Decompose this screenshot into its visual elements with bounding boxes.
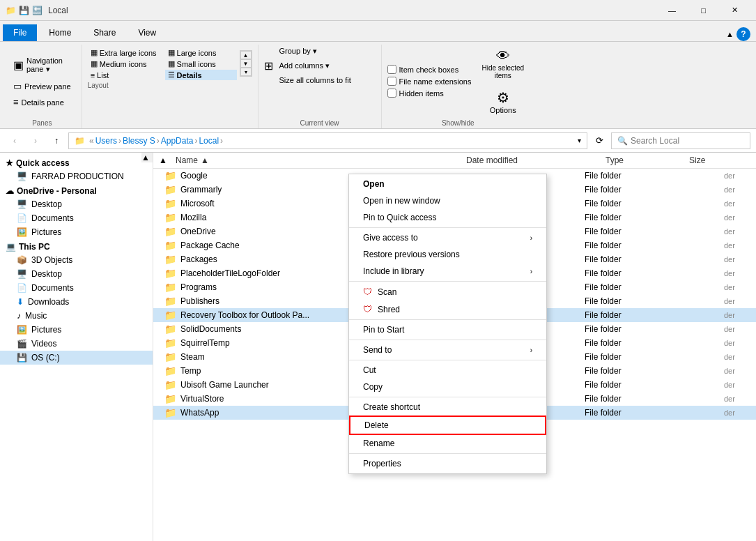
forward-button[interactable]: › <box>26 132 45 150</box>
ribbon-collapse-icon[interactable]: ▲ <box>726 30 734 38</box>
showhide-content: Item check boxes File name extensions Hi… <box>387 45 530 118</box>
path-dropdown-icon[interactable]: ▾ <box>578 137 581 144</box>
tab-view[interactable]: View <box>128 24 167 41</box>
file-extensions-check[interactable] <box>387 77 396 86</box>
ctx-pin-quick-access[interactable]: Pin to Quick access <box>349 209 546 226</box>
item-checkboxes-row[interactable]: Item check boxes <box>387 64 472 75</box>
hidden-items-row[interactable]: Hidden items <box>387 88 472 98</box>
maximize-button[interactable]: □ <box>688 0 719 21</box>
ctx-create-shortcut[interactable]: Create shortcut <box>349 399 546 416</box>
ctx-include-library[interactable]: Include in library › <box>349 263 546 280</box>
sidebar-item-pictures-od[interactable]: 🖼️ Pictures <box>0 225 153 239</box>
options-button[interactable]: ⚙ Options <box>485 86 521 118</box>
hidden-items-check[interactable] <box>387 89 396 98</box>
sidebar-item-farrad[interactable]: 🖥️ FARRAD PRODUCTION <box>0 169 153 183</box>
folder-icon-temp: 📁 <box>164 365 176 376</box>
sidebar-item-pictures[interactable]: 🖼️ Pictures <box>0 323 153 337</box>
minimize-button[interactable]: — <box>656 0 688 21</box>
options-label: Options <box>490 106 516 114</box>
ctx-pin-start[interactable]: Pin to Start <box>349 321 546 338</box>
file-extra-publishers: der <box>724 297 745 305</box>
col-header-type[interactable]: Type <box>600 153 684 168</box>
path-users[interactable]: Users <box>95 136 117 146</box>
details-pane-button[interactable]: ≡ Details pane <box>8 95 76 109</box>
ctx-delete[interactable]: Delete <box>349 416 546 435</box>
back-button[interactable]: ‹ <box>6 132 24 150</box>
preview-pane-label: Preview pane <box>24 82 71 91</box>
ctx-open[interactable]: Open <box>349 176 546 192</box>
sidebar-scroll-up[interactable]: ▲ <box>141 153 153 162</box>
preview-pane-button[interactable]: ▭ Preview pane <box>8 79 76 93</box>
ctx-rename[interactable]: Rename <box>349 435 546 452</box>
layout-medium[interactable]: ▦Medium icons <box>88 59 160 69</box>
file-type-package-cache: File folder <box>585 241 668 250</box>
sidebar-item-videos[interactable]: 🎬 Videos <box>0 337 153 351</box>
header-scroll-up[interactable]: ▲ <box>159 155 170 165</box>
ctx-cut[interactable]: Cut <box>349 362 546 379</box>
layout-scroll-up[interactable]: ▲ <box>240 51 252 59</box>
file-extra-microsoft: der <box>724 199 745 208</box>
documents-label: Documents <box>31 283 74 293</box>
col-header-size[interactable]: Size <box>684 153 739 168</box>
sidebar-item-desktop-od[interactable]: 🖥️ Desktop <box>0 197 153 211</box>
ctx-properties[interactable]: Properties <box>349 455 546 472</box>
path-local[interactable]: Local <box>199 136 219 146</box>
layout-extra-large[interactable]: ▦Extra large icons <box>88 47 160 58</box>
sidebar-item-music[interactable]: ♪ Music <box>0 309 153 323</box>
group-by-button[interactable]: Group by ▾ <box>275 45 356 58</box>
ctx-pin-quick-access-label: Pin to Quick access <box>363 213 436 222</box>
tab-home[interactable]: Home <box>38 24 82 41</box>
file-type-programs: File folder <box>585 282 668 292</box>
sidebar-item-documents[interactable]: 📄 Documents <box>0 281 153 295</box>
ctx-send-to[interactable]: Send to › <box>349 342 546 358</box>
layout-list[interactable]: ≡List <box>88 70 160 80</box>
refresh-button[interactable]: ⟳ <box>590 132 608 150</box>
videos-label: Videos <box>31 339 56 349</box>
layout-scroll-mid[interactable]: ▼ <box>240 59 252 68</box>
computer-icon: 🖥️ <box>17 172 27 181</box>
ctx-open-new-window[interactable]: Open in new window <box>349 192 546 209</box>
layout-scroll: ▲ ▼ ▾ <box>240 50 252 77</box>
hide-selected-button[interactable]: 👁 Hide selecteditems <box>477 45 529 83</box>
sidebar-item-this-pc[interactable]: 💻 This PC <box>0 239 153 253</box>
navigation-pane-button[interactable]: ▣ Navigationpane ▾ <box>8 53 76 77</box>
col-header-date[interactable]: Date modified <box>461 153 600 168</box>
documents-od-label: Documents <box>31 213 74 223</box>
layout-details[interactable]: ☰Details <box>165 70 237 80</box>
ctx-copy[interactable]: Copy <box>349 379 546 395</box>
file-list: ▲ Name ▲ Date modified Type Size 📁 Googl… <box>153 153 756 541</box>
sidebar-item-3d-objects[interactable]: 📦 3D Objects <box>0 253 153 267</box>
tab-file[interactable]: File <box>3 24 37 41</box>
path-blessy[interactable]: Blessy S <box>123 136 155 146</box>
file-extensions-row[interactable]: File name extensions <box>387 76 472 86</box>
add-columns-button[interactable]: Add columns ▾ <box>275 59 356 73</box>
path-appdata[interactable]: AppData <box>161 136 194 146</box>
layout-small[interactable]: ▦Small icons <box>165 59 237 69</box>
sidebar-item-desktop[interactable]: 🖥️ Desktop <box>0 267 153 281</box>
sidebar-item-documents-od[interactable]: 📄 Documents <box>0 211 153 225</box>
ctx-give-access[interactable]: Give access to › <box>349 229 546 246</box>
address-path[interactable]: 📁 « Users › Blessy S › AppData › Local ›… <box>68 132 587 149</box>
item-checkboxes-check[interactable] <box>387 65 396 74</box>
quick-access-label: Quick access <box>16 158 70 168</box>
desktop-icon: 🖥️ <box>17 269 27 279</box>
main-area: ▲ ★ Quick access 🖥️ FARRAD PRODUCTION ☁ … <box>0 153 756 541</box>
up-button[interactable]: ↑ <box>47 132 65 150</box>
sidebar-item-os-c[interactable]: 💾 OS (C:) <box>0 351 153 365</box>
this-pc-label: This PC <box>19 242 50 252</box>
ctx-shred[interactable]: 🛡 Shred <box>349 300 546 318</box>
ctx-scan[interactable]: 🛡 Scan <box>349 283 546 300</box>
tab-share[interactable]: Share <box>83 24 126 41</box>
col-header-name[interactable]: Name ▲ <box>170 153 461 168</box>
search-input[interactable] <box>631 136 744 146</box>
ctx-restore-versions[interactable]: Restore previous versions <box>349 246 546 263</box>
close-button[interactable]: ✕ <box>719 0 750 21</box>
layout-large[interactable]: ▦Large icons <box>165 47 237 58</box>
sidebar-item-onedrive[interactable]: ☁ OneDrive - Personal <box>0 183 153 197</box>
size-columns-button[interactable]: Size all columns to fit <box>275 74 356 86</box>
sidebar-item-downloads[interactable]: ⬇ Downloads <box>0 295 153 309</box>
layout-scroll-down[interactable]: ▾ <box>240 68 252 76</box>
sidebar-item-quick-access[interactable]: ★ Quick access <box>0 155 153 169</box>
help-icon[interactable]: ? <box>736 27 750 41</box>
group-by-label: Group by ▾ <box>279 47 317 56</box>
